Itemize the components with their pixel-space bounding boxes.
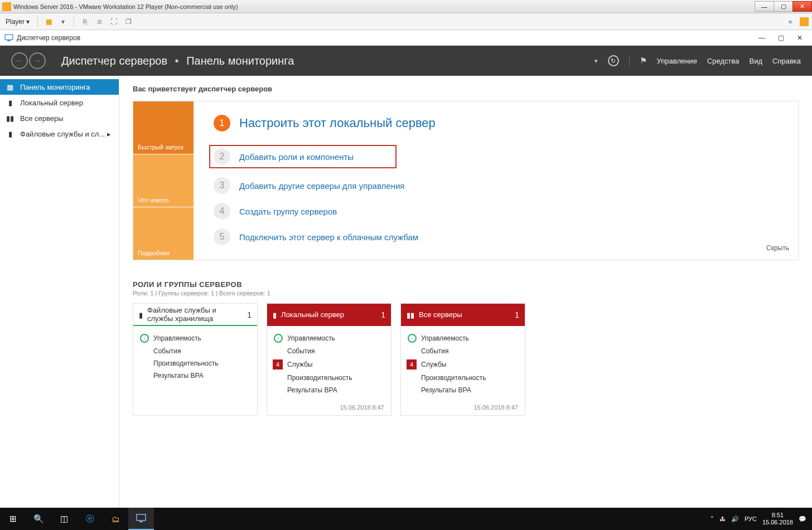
sidebar-item-label: Все серверы: [20, 114, 64, 123]
tray-sound-icon[interactable]: 🔊: [731, 516, 739, 523]
tile-local-server[interactable]: ▮ Локальный сервер 1 ↑Управляемость Собы…: [267, 303, 392, 416]
tile-item-bpa[interactable]: Результаты BPA: [140, 369, 250, 382]
server-icon: ▮: [273, 311, 277, 319]
menu-help[interactable]: Справка: [772, 57, 801, 65]
tile-item-performance[interactable]: Производительность: [274, 372, 384, 384]
sidebar-item-local-server[interactable]: ▮ Локальный сервер: [0, 95, 119, 110]
file-icon: ▮: [6, 130, 14, 138]
tile-item-manageability[interactable]: ↑Управляемость: [274, 332, 384, 345]
roles-section-subtitle: Роли: 1 | Группы серверов: 1 | Всего сер…: [133, 290, 799, 296]
step-add-servers[interactable]: 3 Добавить другие серверы для управления: [214, 177, 778, 194]
step-number: 3: [214, 177, 230, 194]
search-icon[interactable]: 🔍: [26, 508, 51, 530]
step-label: Настроить этот локальный сервер: [239, 116, 436, 130]
tile-count: 1: [247, 310, 252, 319]
tray-language[interactable]: РУС: [745, 516, 757, 522]
collapse-icon[interactable]: «: [785, 17, 795, 27]
tile-all-servers[interactable]: ▮▮ Все серверы 1 ↑Управляемость События …: [400, 303, 525, 416]
nav-back-button[interactable]: ←: [11, 52, 28, 69]
dashboard-icon: ▦: [6, 83, 14, 91]
server-icon: ▮: [6, 99, 14, 107]
multi-icon[interactable]: ❐: [123, 17, 133, 27]
alert-badge: 4: [407, 359, 417, 369]
tile-item-events[interactable]: События: [408, 345, 518, 357]
fullscreen-icon[interactable]: ⛶: [109, 17, 119, 27]
refresh-icon[interactable]: ↻: [608, 55, 619, 66]
menu-tools[interactable]: Средства: [707, 57, 740, 65]
sidebar: ▦ Панель мониторинга ▮ Локальный сервер …: [0, 76, 119, 508]
separator: [629, 55, 630, 66]
tile-item-services[interactable]: 4Службы: [408, 357, 518, 372]
tray-network-icon[interactable]: 🖧: [719, 516, 726, 522]
tile-quickstart[interactable]: Быстрый запуск: [133, 101, 194, 154]
step-number: 1: [214, 115, 230, 132]
send-cad-icon[interactable]: ⎘: [80, 17, 90, 27]
sidebar-item-label: Локальный сервер: [20, 99, 83, 107]
step-create-group[interactable]: 4 Создать группу серверов: [214, 203, 778, 220]
inner-maximize-button[interactable]: ▢: [777, 34, 784, 42]
dropdown-icon[interactable]: ▾: [594, 57, 598, 65]
storage-icon: ▮: [139, 311, 143, 319]
player-menu[interactable]: Player ▾: [3, 17, 32, 27]
tile-whatsnew[interactable]: Что нового: [133, 154, 194, 207]
tile-item-performance[interactable]: Производительность: [408, 372, 518, 384]
separator: [74, 17, 74, 27]
step-number: 4: [214, 203, 230, 220]
tile-item-manageability[interactable]: ↑Управляемость: [140, 332, 250, 345]
sidebar-item-dashboard[interactable]: ▦ Панель мониторинга: [0, 79, 119, 95]
up-arrow-icon: ↑: [274, 334, 283, 343]
windows-taskbar: ⊞ 🔍 ◫ ⓔ 🗂 ˄ 🖧 🔊 РУС 8:51 15.06.2018 💬: [0, 508, 812, 530]
minimize-button[interactable]: —: [755, 1, 774, 12]
server-manager-taskbar-icon[interactable]: [128, 508, 154, 530]
tile-item-performance[interactable]: Производительность: [140, 357, 250, 369]
server-manager-header: ← → Диспетчер серверов • Панель монитори…: [0, 46, 812, 76]
task-view-icon[interactable]: ◫: [51, 508, 77, 530]
menu-view[interactable]: Вид: [749, 57, 762, 65]
pause-icon[interactable]: ▮▮: [44, 17, 54, 27]
tile-timestamp: 15.06.2018 8:47: [267, 400, 391, 415]
close-button[interactable]: ✕: [792, 1, 812, 12]
tray-clock[interactable]: 8:51 15.06.2018: [762, 512, 793, 526]
start-button[interactable]: ⊞: [0, 508, 26, 530]
inner-close-button[interactable]: ✕: [796, 34, 803, 42]
nav-forward-button[interactable]: →: [29, 52, 46, 69]
tile-item-events[interactable]: События: [140, 345, 250, 357]
step-label: Подключить этот сервер к облачным служба…: [239, 232, 418, 242]
step-label: Добавить роли и компоненты: [239, 152, 354, 162]
tile-more[interactable]: Подробнее: [133, 207, 194, 260]
tools-icon[interactable]: [800, 17, 809, 26]
separator: [37, 17, 38, 27]
sidebar-item-label: Панель мониторинга: [20, 83, 90, 91]
tile-title: Все серверы: [419, 311, 510, 319]
tile-item-manageability[interactable]: ↑Управляемость: [408, 332, 518, 345]
ie-icon[interactable]: ⓔ: [77, 508, 103, 530]
explorer-icon[interactable]: 🗂: [103, 508, 128, 530]
sidebar-item-all-servers[interactable]: ▮▮ Все серверы: [0, 110, 119, 126]
maximize-button[interactable]: ▢: [774, 1, 793, 12]
unity-icon[interactable]: ⎚: [94, 17, 104, 27]
tile-item-services[interactable]: 4Службы: [274, 357, 384, 372]
inner-minimize-button[interactable]: —: [758, 34, 765, 42]
sidebar-item-file-services[interactable]: ▮ Файловые службы и сл... ▸: [0, 126, 119, 142]
sidebar-item-label: Файловые службы и сл... ▸: [20, 130, 111, 138]
tray-up-icon[interactable]: ˄: [710, 516, 714, 523]
server-manager-title: Диспетчер серверов: [17, 34, 80, 42]
step-configure-server[interactable]: 1 Настроить этот локальный сервер: [214, 115, 778, 132]
hide-link[interactable]: Скрыть: [766, 244, 789, 252]
step-add-roles[interactable]: 2 Добавить роли и компоненты: [209, 145, 397, 168]
main-content: Вас приветствует диспетчер серверов Быст…: [119, 76, 812, 508]
tile-item-bpa[interactable]: Результаты BPA: [408, 384, 518, 396]
menu-manage[interactable]: Управление: [657, 57, 697, 65]
svg-rect-3: [139, 521, 143, 522]
tray-notifications-icon[interactable]: 💬: [799, 516, 806, 523]
tile-item-bpa[interactable]: Результаты BPA: [274, 384, 384, 396]
snapshot-icon[interactable]: ▾: [58, 17, 68, 27]
step-label: Добавить другие серверы для управления: [239, 181, 404, 191]
step-number: 2: [214, 148, 230, 165]
step-connect-cloud[interactable]: 5 Подключить этот сервер к облачным служ…: [214, 228, 778, 245]
tile-file-storage[interactable]: ▮ Файловые службы и службы хранилища 1 ↑…: [133, 303, 258, 416]
svg-rect-2: [137, 514, 146, 521]
tile-item-events[interactable]: События: [274, 345, 384, 357]
breadcrumb-root[interactable]: Диспетчер серверов: [61, 55, 167, 67]
flag-icon[interactable]: ⚑: [640, 56, 647, 66]
